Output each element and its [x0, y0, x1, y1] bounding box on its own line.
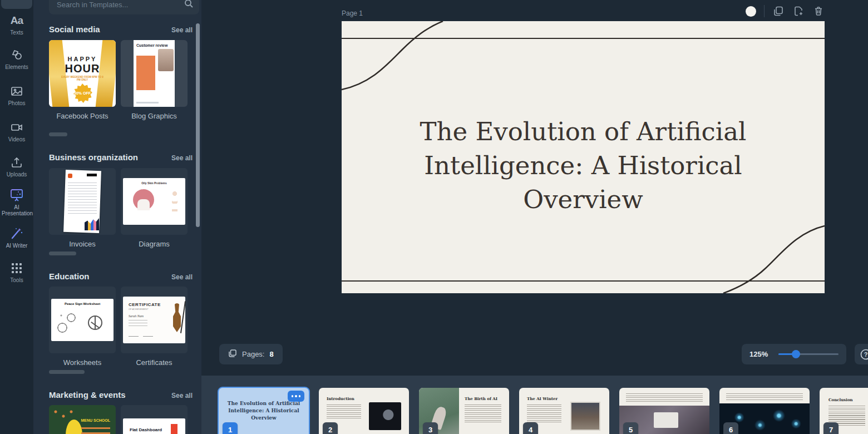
template-marketing-2[interactable]: Flat Dashboard	[121, 405, 188, 434]
section-social-media: Social media See all	[49, 24, 193, 34]
pages-icon	[228, 349, 237, 360]
page-thumbnail-2[interactable]: Introduction 2	[319, 388, 409, 434]
search-icon[interactable]	[184, 0, 194, 11]
template-marketing-1[interactable]: MENU SCHOOL	[49, 405, 116, 434]
page-thumbnail-3[interactable]: The Birth of AI 3	[419, 388, 509, 434]
sidebar-item-uploads[interactable]: Uploads	[0, 156, 33, 177]
ai-presentation-icon	[9, 188, 24, 202]
page-number-badge: 5	[623, 422, 638, 434]
template-label[interactable]: Worksheets	[49, 358, 116, 367]
panel-scrollbar[interactable]	[196, 23, 200, 227]
delete-page-icon	[813, 6, 824, 17]
pages-count-button[interactable]: Pages: 8	[219, 344, 283, 364]
tools-icon	[10, 262, 23, 275]
section-business-organization: Business organization See all	[49, 152, 193, 162]
thumbnail-image	[369, 402, 401, 430]
editor-canvas-area: Page 1 The Evolution of Artificial Intel…	[201, 0, 868, 376]
template-diagrams[interactable]: Oily Skin Problems	[121, 168, 188, 235]
sidebar-item-ai-presentation[interactable]: AI Presentation	[0, 188, 33, 216]
page-label: Page 1	[342, 9, 363, 17]
template-certificates[interactable]: CERTIFICATE OF ACHIEVEMENT Sarah Nam	[121, 287, 188, 353]
page-toolbar	[746, 5, 825, 17]
slide-page-1[interactable]: The Evolution of Artificial Intelligence…	[342, 21, 825, 293]
slide-title[interactable]: The Evolution of Artificial Intelligence…	[400, 115, 767, 216]
template-label[interactable]: Facebook Posts	[49, 112, 116, 120]
page-number-badge: 6	[723, 422, 738, 434]
zoom-slider[interactable]	[778, 353, 839, 355]
template-label[interactable]: Blog Graphics	[121, 112, 188, 120]
sidebar-item-texts[interactable]: Aa Texts	[0, 14, 33, 36]
page-number-badge: 3	[423, 422, 438, 434]
zoom-slider-knob[interactable]	[792, 350, 800, 358]
templates-panel: Social media See all HAPPY HOUR EVERY WE…	[33, 0, 201, 434]
videos-icon	[10, 121, 23, 134]
section-education: Education See all	[49, 272, 193, 281]
worksheets-preview: Peace Sign Worksheet	[49, 287, 116, 353]
template-label[interactable]: Certificates	[121, 358, 188, 367]
add-page-button[interactable]	[792, 5, 805, 17]
see-all-link[interactable]: See all	[171, 273, 193, 281]
thumbnail-image	[570, 402, 600, 431]
help-icon: ?	[860, 348, 868, 361]
facebook-posts-preview: HAPPY HOUR EVERY WEEKEND FROM 6PM TO 9 P…	[49, 40, 116, 107]
sidebar-item-photos[interactable]: Photos	[0, 85, 33, 106]
sidebar-item-elements[interactable]: Elements	[0, 48, 33, 70]
see-all-link[interactable]: See all	[171, 26, 193, 34]
toolbar-divider	[764, 5, 765, 17]
carousel-scroll-indicator	[49, 132, 67, 136]
sidebar-rail: Aa Texts Elements Photos Videos	[0, 0, 33, 434]
sidebar-item-ai-writer[interactable]: AI Writer	[0, 226, 33, 249]
sidebar-item-videos[interactable]: Videos	[0, 121, 33, 142]
section-title: Business organization	[49, 152, 138, 162]
templates-tab-active-indicator[interactable]	[1, 0, 32, 9]
template-invoices[interactable]	[49, 168, 116, 235]
background-color-swatch[interactable]	[746, 6, 756, 17]
page-thumbnail-7[interactable]: Conclusion 7	[820, 388, 868, 434]
add-page-icon	[793, 6, 804, 17]
thumbnail-options-button[interactable]	[288, 391, 304, 402]
template-facebook-posts[interactable]: HAPPY HOUR EVERY WEEKEND FROM 6PM TO 9 P…	[49, 40, 116, 107]
see-all-link[interactable]: See all	[171, 392, 193, 400]
invoices-preview	[49, 168, 116, 235]
carousel-scroll-indicator	[49, 251, 76, 255]
page-thumbnail-5[interactable]: 5	[619, 388, 709, 434]
templates-search[interactable]	[49, 0, 199, 14]
duplicate-page-icon	[773, 6, 784, 17]
texts-icon: Aa	[11, 14, 23, 27]
svg-text:?: ?	[864, 351, 868, 358]
section-title: Education	[49, 272, 90, 281]
uploads-icon	[10, 156, 23, 169]
pages-count: 8	[269, 350, 273, 358]
sidebar-item-tools[interactable]: Tools	[0, 262, 33, 283]
help-button[interactable]: ?	[855, 344, 868, 364]
page-thumbnail-4[interactable]: The AI Winter 4	[519, 388, 609, 434]
page-number-badge: 4	[523, 422, 538, 434]
zoom-control: 125%	[742, 344, 846, 364]
see-all-link[interactable]: See all	[171, 154, 193, 162]
section-marketing-events: Marketing & events See all	[49, 390, 193, 400]
certificates-preview: CERTIFICATE OF ACHIEVEMENT Sarah Nam	[121, 287, 188, 353]
template-label[interactable]: Diagrams	[121, 240, 188, 248]
pages-filmstrip: The Evolution of Artificial Intelligence…	[201, 376, 868, 434]
flat-dashboard-preview: Flat Dashboard	[121, 405, 188, 434]
search-input[interactable]	[57, 1, 184, 9]
template-label[interactable]: Invoices	[49, 240, 116, 248]
section-title: Marketing & events	[49, 390, 126, 400]
page-thumbnail-6[interactable]: 6	[719, 388, 810, 434]
photos-icon	[10, 85, 23, 98]
carousel-scroll-indicator	[49, 370, 85, 374]
page-number-badge: 7	[823, 422, 839, 434]
page-number-badge: 1	[223, 422, 238, 434]
diagrams-preview: Oily Skin Problems	[121, 168, 188, 235]
thumbnail-title: The Evolution of Artificial Intelligence…	[224, 400, 303, 422]
section-title: Social media	[49, 24, 100, 34]
delete-page-button[interactable]	[812, 5, 825, 17]
blog-graphics-preview: Customer review	[121, 40, 188, 107]
menu-school-preview: MENU SCHOOL	[49, 405, 116, 434]
duplicate-page-button[interactable]	[772, 5, 785, 17]
template-worksheets[interactable]: Peace Sign Worksheet	[49, 287, 116, 353]
elements-icon	[10, 48, 23, 62]
page-thumbnail-1[interactable]: The Evolution of Artificial Intelligence…	[219, 388, 309, 434]
page-number-badge: 2	[323, 422, 338, 434]
template-blog-graphics[interactable]: Customer review	[121, 40, 188, 107]
